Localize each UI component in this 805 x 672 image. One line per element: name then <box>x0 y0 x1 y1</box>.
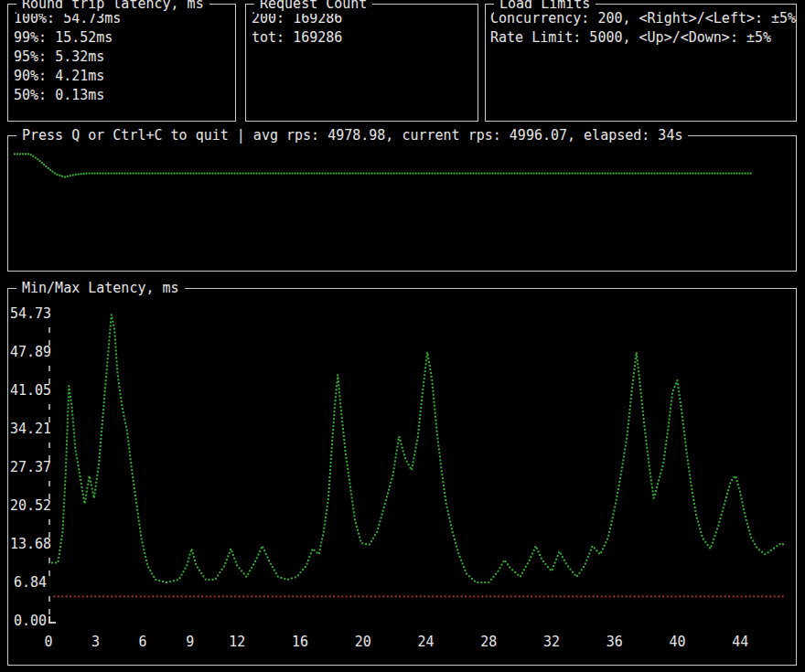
terminal-screen: Round trip latency, ms 100%: 54.73ms 99%… <box>0 0 805 672</box>
latency-p95: 95%: 5.32ms <box>14 48 235 67</box>
latency-p99: 99%: 15.52ms <box>14 28 235 48</box>
x-axis-label: 32 <box>543 633 560 652</box>
x-axis-label: 12 <box>229 633 245 652</box>
x-axis-label: 24 <box>417 633 434 652</box>
count-total: tot: 169286 <box>252 28 478 48</box>
y-axis-label: 20.52 <box>10 496 47 516</box>
panel-rps-title: Press Q or Ctrl+C to quit | avg rps: 497… <box>16 126 688 145</box>
x-axis-label: 28 <box>480 633 497 652</box>
x-axis-label: 40 <box>669 633 685 652</box>
panel-load-limits: Load Limits Concurrency: 200, <Right>/<L… <box>485 4 797 122</box>
latency-p50: 50%: 0.13ms <box>14 86 235 105</box>
x-axis-label: 0 <box>44 633 52 652</box>
y-axis-label: 54.73 <box>10 304 47 324</box>
x-axis-label: 36 <box>606 633 623 652</box>
x-axis-label: 44 <box>732 633 748 652</box>
panel-minmax-latency: Min/Max Latency, ms 54.7347.8941.0534.21… <box>7 288 797 666</box>
panel-rps: Press Q or Ctrl+C to quit | avg rps: 497… <box>7 135 797 272</box>
y-axis-label: 6.84 <box>10 573 47 592</box>
limit-rate: Rate Limit: 5000, <Up>/<Down>: ±5% <box>490 28 796 48</box>
panel-latency-summary: Round trip latency, ms 100%: 54.73ms 99%… <box>7 4 236 122</box>
x-axis-label: 6 <box>139 633 147 652</box>
panel-request-count-title: Request Count <box>254 0 372 14</box>
y-axis-label: 0.00 <box>10 612 47 631</box>
y-axis-label: 34.21 <box>10 420 47 439</box>
minmax-latency-chart-canvas <box>48 302 795 627</box>
x-axis-label: 3 <box>91 633 100 652</box>
panel-load-limits-title: Load Limits <box>494 0 596 14</box>
x-axis-label: 20 <box>355 633 371 652</box>
rps-chart-canvas <box>11 144 794 269</box>
y-axis-label: 13.68 <box>10 535 47 554</box>
panel-latency-summary-title: Round trip latency, ms <box>16 0 209 14</box>
y-axis-label: 47.89 <box>10 343 47 362</box>
panel-minmax-latency-title: Min/Max Latency, ms <box>16 279 185 298</box>
panel-request-count: Request Count 200: 169286 tot: 169286 <box>245 4 478 122</box>
latency-summary-body: 100%: 54.73ms 99%: 15.52ms 95%: 5.32ms 9… <box>8 5 235 105</box>
x-axis-label: 16 <box>292 633 308 652</box>
x-axis-label: 9 <box>186 633 194 652</box>
y-axis-label: 27.37 <box>10 458 47 477</box>
y-axis-label: 41.05 <box>10 381 47 400</box>
latency-p90: 90%: 4.21ms <box>14 67 235 86</box>
